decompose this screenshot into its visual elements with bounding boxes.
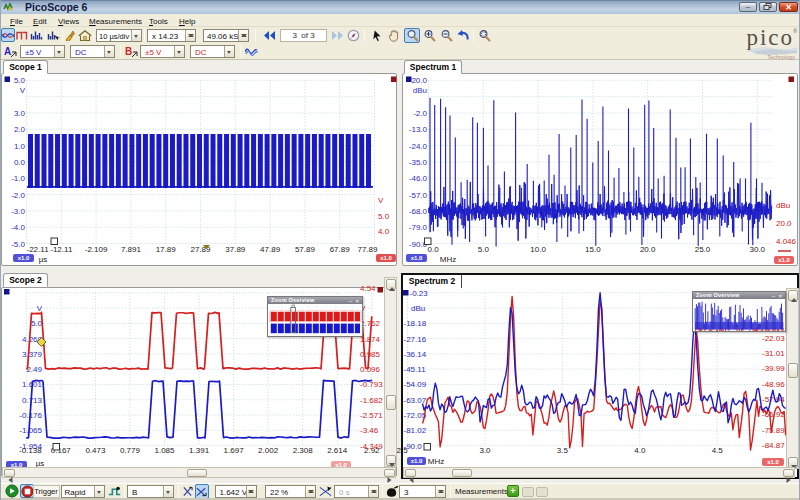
svg-text:1.085: 1.085: [154, 446, 175, 455]
svg-text:4.046: 4.046: [776, 237, 797, 246]
svg-text:20.0: 20.0: [640, 245, 656, 254]
svg-text:0.473: 0.473: [85, 446, 106, 455]
svg-text:dBu: dBu: [776, 201, 790, 210]
svg-text:4.0: 4.0: [634, 446, 646, 455]
svg-text:2.5: 2.5: [397, 446, 409, 455]
svg-text:-46.0: -46.0: [409, 174, 428, 183]
svg-text:-39.99: -39.99: [762, 364, 785, 373]
svg-text:-1.0: -1.0: [11, 174, 25, 183]
svg-text:0.0: 0.0: [428, 245, 440, 254]
svg-text:0.779: 0.779: [120, 446, 141, 455]
svg-text:37.89: 37.89: [225, 245, 246, 254]
svg-text:MHz: MHz: [428, 457, 444, 466]
svg-text:-63.07: -63.07: [404, 396, 427, 405]
svg-text:3.0: 3.0: [14, 109, 26, 118]
svg-text:MHz: MHz: [440, 255, 456, 264]
svg-text:-79.0: -79.0: [409, 223, 428, 232]
svg-text:15.0: 15.0: [585, 245, 601, 254]
svg-text:-18.18: -18.18: [404, 319, 427, 328]
svg-text:17.89: 17.89: [156, 245, 177, 254]
svg-text:-2.571: -2.571: [360, 411, 383, 420]
svg-text:-68.0: -68.0: [409, 207, 428, 216]
svg-text:-13.0: -13.0: [409, 125, 428, 134]
svg-text:5.0: 5.0: [478, 245, 490, 254]
svg-text:0.713: 0.713: [22, 396, 43, 405]
svg-text:-54.09: -54.09: [404, 380, 427, 389]
svg-text:-35.0: -35.0: [409, 158, 428, 167]
svg-text:dBu: dBu: [411, 304, 425, 313]
svg-text:2.0: 2.0: [14, 125, 26, 134]
svg-text:-0.793: -0.793: [360, 380, 383, 389]
svg-text:-84.87: -84.87: [762, 441, 785, 450]
svg-text:-22.03: -22.03: [762, 334, 785, 343]
svg-text:10.0: 10.0: [530, 245, 546, 254]
svg-text:-48.96: -48.96: [762, 380, 785, 389]
svg-text:-12.11: -12.11: [50, 245, 73, 254]
svg-text:-27.16: -27.16: [404, 335, 427, 344]
svg-text:µs: µs: [39, 255, 48, 264]
svg-text:4.54: 4.54: [360, 284, 376, 293]
svg-text:-45.11: -45.11: [404, 365, 427, 374]
svg-text:-1.065: -1.065: [19, 426, 42, 435]
svg-text:-1.682: -1.682: [360, 396, 383, 405]
svg-text:4.0: 4.0: [378, 227, 390, 236]
svg-text:67.89: 67.89: [330, 245, 351, 254]
svg-text:-3.46: -3.46: [360, 426, 379, 435]
svg-text:47.89: 47.89: [260, 245, 281, 254]
svg-text:5.0: 5.0: [14, 76, 26, 85]
svg-text:V: V: [20, 86, 26, 95]
svg-text:-0.23: -0.23: [410, 289, 429, 298]
svg-text:57.89: 57.89: [295, 245, 316, 254]
svg-text:5.0: 5.0: [31, 319, 43, 328]
svg-text:3.5: 3.5: [557, 446, 569, 455]
svg-text:5.0: 5.0: [378, 212, 390, 221]
svg-text:1.391: 1.391: [189, 446, 210, 455]
svg-text:-31.01: -31.01: [762, 349, 785, 358]
svg-text:-2.0: -2.0: [11, 191, 25, 200]
svg-text:2.002: 2.002: [258, 446, 279, 455]
svg-text:-3.0: -3.0: [11, 207, 25, 216]
svg-text:1.697: 1.697: [224, 446, 245, 455]
svg-text:-0.138: -0.138: [19, 446, 42, 455]
svg-text:-5.0: -5.0: [11, 240, 25, 249]
svg-text:-4.349: -4.349: [360, 442, 383, 451]
svg-text:4.5: 4.5: [712, 446, 724, 455]
svg-text:77.89: 77.89: [357, 245, 378, 254]
svg-text:-75.89: -75.89: [762, 426, 785, 435]
svg-text:7.891: 7.891: [121, 245, 142, 254]
svg-text:-24.0: -24.0: [409, 142, 428, 151]
svg-text:1.0: 1.0: [14, 142, 26, 151]
svg-text:0.985: 0.985: [360, 350, 381, 359]
svg-text:3.379: 3.379: [22, 350, 43, 359]
svg-text:0.096: 0.096: [360, 365, 381, 374]
svg-text:-81.02: -81.02: [404, 426, 427, 435]
svg-text:-57.0: -57.0: [409, 191, 428, 200]
svg-text:0.0: 0.0: [14, 158, 26, 167]
svg-text:-36.14: -36.14: [404, 350, 427, 359]
svg-text:2.49: 2.49: [26, 365, 42, 374]
svg-text:20.0: 20.0: [776, 219, 792, 228]
svg-text:-2.109: -2.109: [85, 245, 108, 254]
svg-text:-2.0: -2.0: [413, 109, 427, 118]
svg-text:-22.11: -22.11: [27, 245, 50, 254]
svg-text:V: V: [378, 196, 384, 205]
svg-text:20.0: 20.0: [411, 76, 427, 85]
svg-text:3.0: 3.0: [479, 446, 491, 455]
svg-text:25.0: 25.0: [695, 245, 711, 254]
svg-text:dBu: dBu: [413, 86, 427, 95]
svg-text:2.308: 2.308: [293, 446, 314, 455]
svg-text:2.614: 2.614: [327, 446, 348, 455]
svg-text:30.0: 30.0: [750, 245, 766, 254]
svg-text:-4.0: -4.0: [11, 223, 25, 232]
